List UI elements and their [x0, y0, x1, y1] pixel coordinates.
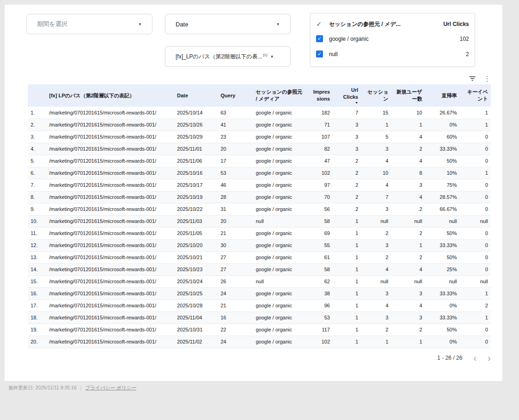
- path-cell: /marketing/0701201615/microsoft-rewards-…: [46, 215, 174, 227]
- new_users-cell: 8: [391, 167, 425, 179]
- bounce_rate-cell: 33.33%: [425, 143, 460, 155]
- query-cell: 21: [218, 227, 253, 239]
- lp-path-dimension-dropdown[interactable]: [fx]_LPのパス（第2階層以下の表... (1) ▼: [165, 46, 291, 67]
- select-all-checkbox[interactable]: ✓: [316, 20, 324, 28]
- path-cell: /marketing/0701201615/microsoft-rewards-…: [46, 191, 174, 203]
- filter-icon[interactable]: [468, 75, 476, 83]
- source-cell: null: [253, 215, 308, 227]
- new_users-cell: 4: [391, 263, 425, 275]
- filter-item-value: 102: [460, 36, 469, 42]
- path-cell: /marketing/0701201615/microsoft-rewards-…: [46, 287, 174, 299]
- chevron-left-icon[interactable]: ‹: [474, 353, 477, 363]
- impressions-cell: 58: [308, 263, 333, 275]
- column-header-bounce_rate[interactable]: 直帰率: [425, 84, 460, 107]
- sessions-cell: 2: [361, 227, 391, 239]
- query-cell: 22: [218, 324, 253, 336]
- source-cell: google / organic: [253, 336, 308, 348]
- impressions-cell: 117: [308, 324, 333, 336]
- column-header-label: Impressions: [313, 89, 330, 102]
- bounce_rate-cell: 66.67%: [425, 203, 460, 215]
- date-cell: 2025/10/14: [174, 107, 218, 119]
- query-cell: 17: [218, 155, 253, 167]
- query-cell: 30: [218, 239, 253, 251]
- filter-item[interactable]: ✓google / organic102: [316, 31, 469, 46]
- url_clicks-cell: 2: [333, 167, 361, 179]
- column-header-query[interactable]: Query: [218, 84, 253, 107]
- column-header-key_events[interactable]: キーイベント: [460, 84, 491, 107]
- bounce_rate-cell: 28.57%: [425, 191, 460, 203]
- column-header-sessions[interactable]: セッション: [361, 84, 391, 107]
- impressions-cell: 56: [308, 203, 333, 215]
- url_clicks-cell: 3: [333, 131, 361, 143]
- bounce_rate-cell: 75%: [425, 179, 460, 191]
- bounce_rate-cell: 0%: [425, 299, 460, 312]
- table-row: 13./marketing/0701201615/microsoft-rewar…: [28, 251, 491, 263]
- index-cell: 11.: [28, 227, 46, 239]
- impressions-cell: 47: [308, 155, 333, 167]
- column-header-path[interactable]: [fx] LPのパス（第2階層以下の表記）: [46, 84, 174, 107]
- date-range-placeholder: 期間を選択: [37, 20, 67, 28]
- path-cell: /marketing/0701201615/microsoft-rewards-…: [46, 275, 174, 287]
- more-options-icon[interactable]: ⋮: [484, 75, 491, 82]
- date-cell: 2025/11/06: [174, 155, 218, 167]
- url_clicks-cell: 1: [333, 215, 361, 227]
- sessions-cell: null: [361, 275, 391, 287]
- table-row: 2./marketing/0701201615/microsoft-reward…: [28, 119, 491, 131]
- bounce_rate-cell: null: [425, 275, 460, 287]
- impressions-cell: 55: [308, 239, 333, 251]
- query-cell: 16: [218, 312, 253, 324]
- query-cell: 20: [218, 215, 253, 227]
- index-cell: 4.: [28, 143, 46, 155]
- privacy-policy-link[interactable]: プライバシー ポリシー: [85, 385, 136, 391]
- date-dimension-dropdown[interactable]: Date ▼: [165, 14, 291, 34]
- path-dropdown-label: [fx]_LPのパス（第2階層以下の表...: [176, 53, 262, 61]
- source-cell: google / organic: [253, 251, 308, 263]
- key_events-cell: 0: [460, 143, 491, 155]
- checkbox-checked-icon[interactable]: ✓: [316, 35, 323, 42]
- column-header-new_users[interactable]: 新規ユーザー数: [391, 84, 425, 107]
- column-header-source[interactable]: セッションの参照元 / メディア: [253, 84, 308, 107]
- new_users-cell: null: [391, 215, 425, 227]
- column-header-date[interactable]: Date: [174, 84, 218, 107]
- source-cell: google / organic: [253, 203, 308, 215]
- column-header-impressions[interactable]: Impressions: [308, 84, 333, 107]
- key_events-cell: 0: [460, 263, 491, 275]
- key_events-cell: 1: [460, 287, 491, 299]
- table-row: 18./marketing/0701201615/microsoft-rewar…: [28, 312, 491, 324]
- date-range-picker[interactable]: 期間を選択 ▼: [26, 14, 152, 34]
- sessions-cell: 3: [361, 143, 391, 155]
- new_users-cell: 2: [391, 143, 425, 155]
- path-cell: /marketing/0701201615/microsoft-rewards-…: [46, 299, 174, 312]
- checkbox-checked-icon[interactable]: ✓: [316, 51, 323, 57]
- impressions-cell: 96: [308, 299, 333, 312]
- bounce_rate-cell: 33.33%: [425, 287, 460, 299]
- source-cell: google / organic: [253, 167, 308, 179]
- path-cell: /marketing/0701201615/microsoft-rewards-…: [46, 239, 174, 251]
- chevron-right-icon[interactable]: ›: [487, 353, 491, 363]
- table-row: 8./marketing/0701201615/microsoft-reward…: [28, 191, 491, 203]
- table-row: 15./marketing/0701201615/microsoft-rewar…: [28, 275, 491, 287]
- impressions-cell: 82: [308, 143, 333, 155]
- query-cell: 26: [218, 275, 253, 287]
- filter-item[interactable]: ✓null2: [316, 46, 469, 62]
- sessions-cell: 3: [361, 203, 391, 215]
- filter-item-label: google / organic: [329, 36, 460, 42]
- column-header-index[interactable]: [28, 84, 46, 107]
- bounce_rate-cell: 10%: [425, 167, 460, 179]
- path-cell: /marketing/0701201615/microsoft-rewards-…: [46, 263, 174, 275]
- source-cell: google / organic: [253, 107, 308, 119]
- table-row: 7./marketing/0701201615/microsoft-reward…: [28, 179, 491, 191]
- report-footer: 最終更新日: 2025/11/11 9:35:16 プライバシー ポリシー: [8, 385, 136, 391]
- new_users-cell: 2: [391, 227, 425, 239]
- index-cell: 3.: [28, 131, 46, 143]
- bounce_rate-cell: 25%: [425, 263, 460, 275]
- sessions-cell: 15: [361, 107, 391, 119]
- table-row: 9./marketing/0701201615/microsoft-reward…: [28, 203, 491, 215]
- sessions-cell: 5: [361, 131, 391, 143]
- query-cell: 27: [218, 251, 253, 263]
- new_users-cell: 4: [391, 191, 425, 203]
- path-cell: /marketing/0701201615/microsoft-rewards-…: [46, 119, 174, 131]
- new_users-cell: 4: [391, 299, 425, 312]
- url_clicks-cell: 2: [333, 191, 361, 203]
- column-header-url_clicks[interactable]: Url Clicks▼: [333, 84, 361, 107]
